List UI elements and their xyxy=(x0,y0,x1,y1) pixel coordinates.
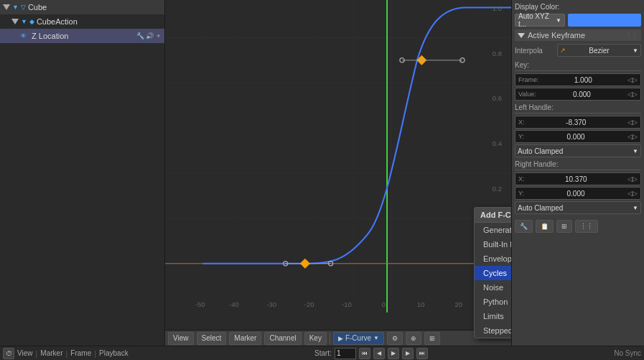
outliner-item-cube[interactable]: ▼ ▽ Cube xyxy=(0,0,164,14)
lh-x-value: -8.370 xyxy=(566,119,586,126)
lh-x-label: X: xyxy=(518,119,525,126)
outliner-panel: ▼ ▽ Cube ▼ ◆ CubeAction 👁 Z Location 🔧 🔊… xyxy=(0,0,165,346)
timeline-frame-label[interactable]: Frame xyxy=(70,349,91,357)
bezier-icon: ↗ xyxy=(560,47,566,54)
lh-x-field[interactable]: X: -8.370 ◁▷ xyxy=(515,116,641,129)
fcurve-dropdown-btn[interactable]: ▶ F-Curve ▼ xyxy=(333,332,384,345)
menu-item-noise[interactable]: Noise xyxy=(475,280,511,295)
channel-menu-btn[interactable]: Channel xyxy=(264,332,301,345)
svg-text:0.4: 0.4 xyxy=(493,139,502,147)
lh-type-dropdown[interactable]: Auto Clamped ▼ xyxy=(515,144,641,157)
icon-btn1[interactable]: ⊕ xyxy=(406,332,421,345)
lh-x-row: X: -8.370 ◁▷ xyxy=(515,116,641,129)
lh-y-field[interactable]: Y: 0.000 ◁▷ xyxy=(515,130,641,143)
menu-item-envelope[interactable]: Envelope xyxy=(475,251,511,266)
rh-y-field[interactable]: Y: 0.000 ◁▷ xyxy=(515,187,641,200)
rh-x-field[interactable]: X: 10.370 ◁▷ xyxy=(515,172,641,185)
rh-x-stepper: ◁▷ xyxy=(627,175,638,183)
graph-editor[interactable]: -50 -40 -30 -20 -10 0 10 20 1.0 0.8 0.6 … xyxy=(165,0,511,346)
lh-y-label: Y: xyxy=(518,133,524,140)
frame-value: 1.000 xyxy=(574,76,592,84)
svg-text:-50: -50 xyxy=(195,301,205,309)
top-section: ▼ ▽ Cube ▼ ◆ CubeAction 👁 Z Location 🔧 🔊… xyxy=(0,0,644,346)
outliner-cube-label: Cube xyxy=(28,3,47,11)
start-frame-input[interactable] xyxy=(335,348,356,359)
rh-y-value: 0.000 xyxy=(566,190,584,198)
icon-tool2[interactable]: 📋 xyxy=(536,220,554,233)
context-menu-title: Add F-Curve Modifier xyxy=(475,208,511,223)
interpolation-label: Interpola xyxy=(515,47,554,55)
display-color-label: Display Color: xyxy=(515,3,559,11)
play-btn[interactable]: ▶ xyxy=(388,348,399,359)
rh-type-row: Auto Clamped ▼ xyxy=(515,201,641,214)
lh-y-row: Y: 0.000 ◁▷ xyxy=(515,130,641,143)
rh-type-dropdown[interactable]: Auto Clamped ▼ xyxy=(515,201,641,214)
timeline-view-label[interactable]: View xyxy=(17,349,33,357)
timeline-marker-label[interactable]: Marker xyxy=(40,349,62,357)
marker-menu-btn[interactable]: Marker xyxy=(229,332,261,345)
icon-tool1[interactable]: 🔧 xyxy=(515,220,533,233)
active-keyframe-label: Active Keyframe xyxy=(528,31,585,40)
jump-start-btn[interactable]: ⏮ xyxy=(359,348,370,359)
action-icon2: ◆ xyxy=(29,18,34,25)
color-dropdown-arrow: ▼ xyxy=(556,17,561,24)
outliner-item-cubeaction[interactable]: ▼ ◆ CubeAction xyxy=(0,14,164,29)
timeline-separator2: | xyxy=(65,349,67,358)
active-keyframe-header: Active Keyframe ⋮⋮ xyxy=(515,29,641,41)
rh-x-row: X: 10.370 ◁▷ xyxy=(515,172,641,185)
curve-canvas: -50 -40 -30 -20 -10 0 10 20 1.0 0.8 0.6 … xyxy=(165,0,511,313)
interpolation-row: Interpola ↗ Bezier ▼ xyxy=(515,44,641,57)
view-menu-btn[interactable]: View xyxy=(168,332,194,345)
frame-stepper-icons: ◁▷ xyxy=(627,76,638,83)
lh-y-value: 0.000 xyxy=(566,133,584,141)
menu-item-generator[interactable]: Generator xyxy=(475,223,511,237)
display-color-control: Auto XYZ t... ▼ xyxy=(515,14,641,27)
kf-settings-icon: ⋮⋮ xyxy=(625,32,638,39)
outliner-item-zlocation[interactable]: 👁 Z Location 🔧 🔊 ✦ xyxy=(0,29,164,43)
properties-panel: Display Color: Auto XYZ t... ▼ Active Ke… xyxy=(511,0,644,346)
key-section-header: Key: xyxy=(515,60,641,71)
timeline-separator3: | xyxy=(94,349,96,358)
timeline-icon: ⏱ xyxy=(6,350,12,357)
svg-text:10: 10 xyxy=(417,301,424,309)
svg-text:-10: -10 xyxy=(342,301,352,309)
color-bar xyxy=(568,14,641,27)
rh-type-arrow: ▼ xyxy=(633,205,638,211)
section-triangle-icon xyxy=(518,33,525,38)
lh-type-row: Auto Clamped ▼ xyxy=(515,144,641,157)
menu-item-builtin[interactable]: Built-In Function xyxy=(475,237,511,251)
key-menu-btn[interactable]: Key xyxy=(304,332,327,345)
jump-end-btn[interactable]: ⏭ xyxy=(416,348,428,359)
color-dropdown[interactable]: Auto XYZ t... ▼ xyxy=(515,14,565,27)
lh-type-arrow: ▼ xyxy=(633,148,638,154)
rh-x-value: 10.370 xyxy=(565,175,587,183)
value-field[interactable]: Value: 0.000 ◁▷ xyxy=(515,88,641,101)
select-menu-btn[interactable]: Select xyxy=(197,332,227,345)
prev-frame-btn[interactable]: ◀ xyxy=(373,348,385,359)
timeline-section: ⏱ View | Marker | Frame | Playback Start… xyxy=(0,346,644,360)
icon-tool4[interactable]: ⋮⋮ xyxy=(575,220,598,233)
nosync-label: No Sync xyxy=(614,349,641,357)
rh-x-label: X: xyxy=(518,175,525,183)
value-row: Value: 0.000 ◁▷ xyxy=(515,88,641,101)
icon-btn2[interactable]: ⊞ xyxy=(424,332,440,345)
interpolation-dropdown[interactable]: ↗ Bezier ▼ xyxy=(557,44,641,57)
svg-text:-40: -40 xyxy=(229,301,239,309)
menu-item-python[interactable]: Python xyxy=(475,295,511,309)
icon-tool3[interactable]: ⊞ xyxy=(556,220,572,233)
timeline-playback-label[interactable]: Playback xyxy=(99,349,129,357)
frame-field[interactable]: Frame: 1.000 ◁▷ xyxy=(515,73,641,86)
svg-text:-20: -20 xyxy=(304,301,314,309)
lh-type-value: Auto Clamped xyxy=(518,147,563,155)
expand-icon xyxy=(3,4,10,10)
menu-item-stepped[interactable]: Stepped Interpolation xyxy=(475,323,511,338)
menu-item-limits[interactable]: Limits xyxy=(475,309,511,323)
menu-item-cycles[interactable]: Cycles xyxy=(475,266,511,280)
outliner-action-label: CubeAction xyxy=(37,17,78,26)
svg-text:20: 20 xyxy=(454,301,462,309)
timeline-view-btn[interactable]: ⏱ xyxy=(3,348,14,359)
rh-y-label: Y: xyxy=(518,190,524,197)
next-frame-btn[interactable]: ▶ xyxy=(402,348,414,359)
normalize-btn[interactable]: ⚙ xyxy=(387,332,403,345)
left-handle-header: Left Handle: xyxy=(515,102,641,114)
